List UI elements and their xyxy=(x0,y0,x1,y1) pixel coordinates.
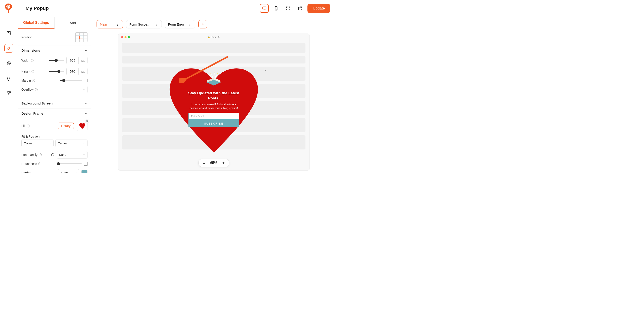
border-select[interactable]: None xyxy=(58,169,79,173)
svg-point-0 xyxy=(6,5,10,8)
tab-add[interactable]: Add xyxy=(55,17,91,29)
skeleton-row xyxy=(122,43,306,53)
skeleton-row xyxy=(122,56,306,64)
lock-icon: 🔒 xyxy=(208,36,210,38)
tab-global-settings[interactable]: Global Settings xyxy=(18,17,55,29)
desktop-view-button[interactable] xyxy=(260,4,269,13)
rail-trophy-icon[interactable] xyxy=(4,89,13,98)
fill-heart-thumb[interactable]: ✕ xyxy=(77,120,88,131)
traffic-yellow-icon xyxy=(124,36,126,38)
header-left: My Popup xyxy=(4,4,49,13)
browser-bar: 🔒Poper AI xyxy=(118,34,310,40)
margin-box-icon[interactable] xyxy=(84,79,88,82)
border-label: Border xyxy=(22,171,31,173)
section-background-screen[interactable]: Background Screen xyxy=(18,98,91,108)
zoom-in-button[interactable]: + xyxy=(222,161,225,165)
svg-point-12 xyxy=(217,74,218,74)
page-title: My Popup xyxy=(26,6,49,11)
border-color-swatch[interactable] xyxy=(81,170,88,173)
traffic-red-icon xyxy=(121,36,123,38)
fullscreen-button[interactable] xyxy=(284,4,292,13)
dimensions-title: Dimensions xyxy=(22,48,40,52)
popup-content: Stay Updated with the Latest Posts! Love… xyxy=(185,72,242,127)
url-chip: 🔒Poper AI xyxy=(208,36,220,38)
traffic-green-icon xyxy=(128,36,130,38)
fill-label: Fill xyxy=(22,124,25,128)
roundness-label: Roundness xyxy=(22,162,37,166)
more-icon[interactable]: ⋯ xyxy=(188,22,192,26)
border-row: Border None xyxy=(22,167,88,173)
roundness-box-icon[interactable] xyxy=(84,162,88,166)
overflow-label: Overflow xyxy=(22,88,34,91)
logo xyxy=(4,4,12,13)
refresh-icon[interactable] xyxy=(51,153,54,156)
rail-target-icon[interactable] xyxy=(4,59,13,68)
settings-sidebar: Global Settings Add Position Dimensions … xyxy=(18,17,91,173)
roundness-slider[interactable] xyxy=(58,163,82,164)
svg-rect-1 xyxy=(262,7,266,9)
height-unit[interactable]: px xyxy=(79,68,88,75)
view-chips: Main⋯ Form Succe…⋯ Form Error⋯ + xyxy=(96,20,331,28)
position-select[interactable]: Center xyxy=(55,140,88,147)
height-label: Height xyxy=(22,70,30,73)
remove-fill-button[interactable]: ✕ xyxy=(85,119,89,123)
more-icon[interactable]: ⋯ xyxy=(154,22,158,26)
frame-content: ✕ xyxy=(118,40,310,170)
chevron-up-icon[interactable] xyxy=(84,49,88,52)
chip-form-error[interactable]: Form Error⋯ xyxy=(165,20,196,28)
overflow-select[interactable] xyxy=(55,86,88,93)
info-icon[interactable]: i xyxy=(27,124,30,128)
info-icon[interactable]: i xyxy=(32,70,34,73)
font-family-label: Font Family xyxy=(22,153,38,156)
overflow-row: Overflowi xyxy=(22,84,88,95)
design-frame-title: Design Frame xyxy=(22,112,43,115)
popup-subscribe-button[interactable]: SUBSCRIBE xyxy=(188,120,239,127)
mobile-view-button[interactable] xyxy=(272,4,280,13)
font-select[interactable]: Karla xyxy=(57,151,88,158)
section-dimensions: Dimensions Widthi px Heighti px xyxy=(18,46,91,98)
info-icon[interactable]: i xyxy=(38,162,41,165)
info-icon[interactable]: i xyxy=(32,79,35,82)
chip-main[interactable]: Main⋯ xyxy=(96,20,123,28)
height-input[interactable] xyxy=(66,68,79,75)
fit-pos-selects: Cover Center xyxy=(22,140,88,147)
svg-point-3 xyxy=(276,10,276,10)
external-link-button[interactable] xyxy=(296,4,304,13)
svg-point-7 xyxy=(8,62,10,64)
fit-select[interactable]: Cover xyxy=(22,140,54,147)
popup-preview[interactable]: ✕ xyxy=(163,64,264,159)
preview-frame: 🔒Poper AI ✕ xyxy=(118,34,310,170)
height-slider[interactable] xyxy=(49,71,64,72)
width-input[interactable] xyxy=(66,57,79,64)
popup-title: Stay Updated with the Latest Posts! xyxy=(185,91,242,101)
library-button[interactable]: Library xyxy=(58,122,74,129)
chip-form-success[interactable]: Form Succe…⋯ xyxy=(126,20,162,28)
chevron-up-icon[interactable] xyxy=(84,112,88,115)
width-slider[interactable] xyxy=(49,60,64,61)
add-view-button[interactable]: + xyxy=(198,20,207,28)
rail-brush-icon[interactable] xyxy=(4,44,13,53)
zoom-value: 65% xyxy=(210,161,217,165)
position-label: Position xyxy=(22,36,32,39)
popup-email-input[interactable]: Enter Email xyxy=(188,113,239,120)
width-unit[interactable]: px xyxy=(79,57,88,64)
popup-close-icon[interactable]: ✕ xyxy=(264,69,267,72)
zoom-out-button[interactable]: – xyxy=(203,161,206,165)
margin-slider[interactable] xyxy=(60,80,82,81)
position-grid[interactable] xyxy=(75,32,88,42)
svg-point-6 xyxy=(7,62,10,65)
update-button[interactable]: Update xyxy=(308,4,330,13)
rail-image-icon[interactable] xyxy=(4,29,13,38)
fit-pos-label: Fit & Position xyxy=(22,133,88,140)
fill-row: Filli Library ✕ xyxy=(22,119,88,133)
main-layout: Global Settings Add Position Dimensions … xyxy=(0,17,336,173)
info-icon[interactable]: i xyxy=(31,59,34,62)
rail-puzzle-icon[interactable] xyxy=(4,74,13,83)
info-icon[interactable]: i xyxy=(35,88,38,91)
roundness-row: Roundnessi xyxy=(22,160,88,167)
zoom-control: – 65% + xyxy=(198,159,230,167)
margin-row: Margini xyxy=(22,77,88,84)
info-icon[interactable]: i xyxy=(39,154,42,156)
width-label: Width xyxy=(22,59,29,62)
more-icon[interactable]: ⋯ xyxy=(116,22,120,26)
